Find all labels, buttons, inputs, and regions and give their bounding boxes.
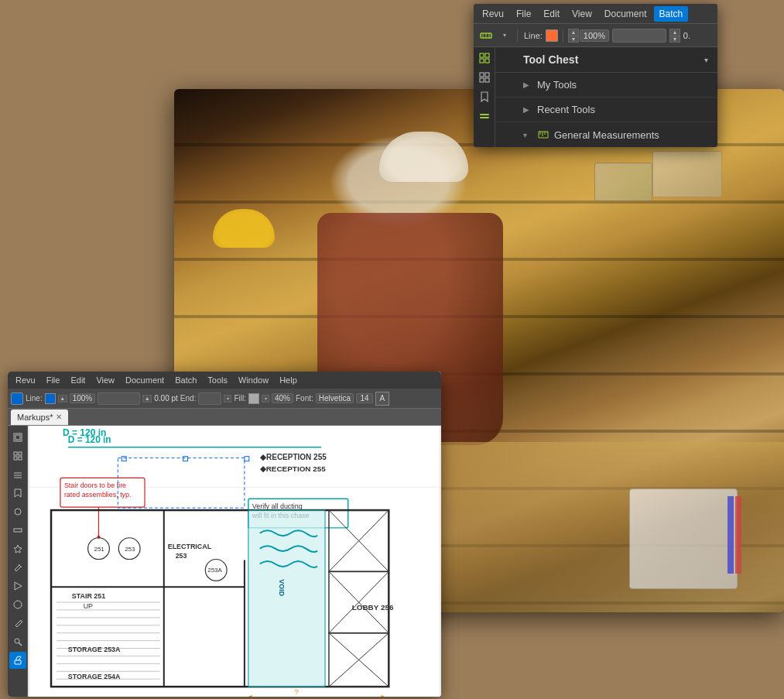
- general-measurements-label: General Measurements: [554, 129, 659, 141]
- sidebar-icon-circle[interactable]: [9, 503, 26, 520]
- panel-icon-grid2[interactable]: [475, 68, 494, 87]
- svg-rect-13: [480, 117, 489, 118]
- sidebar-icon-measure[interactable]: [9, 522, 26, 539]
- toolbar2-fill-color[interactable]: [248, 393, 259, 404]
- my-tools-row[interactable]: ▶ My Tools: [495, 73, 717, 98]
- svg-text:ELECTRICAL: ELECTRICAL: [168, 543, 212, 550]
- svg-text:253A: 253A: [207, 567, 222, 574]
- menu2-window[interactable]: Window: [234, 374, 273, 386]
- svg-line-34: [19, 643, 22, 646]
- blueprint-toolbar: Line: ▲ 100% ▲ 0.00 pt End: ▾ Fill: ▾ 40…: [8, 389, 441, 409]
- zoom-percent[interactable]: 100%: [580, 29, 609, 42]
- measure-icon[interactable]: [478, 28, 494, 43]
- sidebar-icon-layers[interactable]: [9, 466, 26, 483]
- sidebar-icon-lock[interactable]: [9, 652, 26, 669]
- line-style-dropdown[interactable]: [612, 29, 666, 43]
- svg-rect-22: [14, 457, 17, 460]
- sidebar-icon-bookmark2[interactable]: [9, 485, 26, 502]
- toolbar2-end-label: End:: [180, 394, 197, 403]
- menu-document[interactable]: Document: [599, 6, 652, 22]
- ruler-icon: [537, 128, 549, 141]
- sidebar-icon-circle2[interactable]: [9, 596, 26, 613]
- svg-text:rated assemblies, typ.: rated assemblies, typ.: [64, 491, 132, 499]
- panel-icon-bookmark[interactable]: [475, 87, 494, 106]
- sidebar-icon-star[interactable]: [9, 540, 26, 557]
- menu-file[interactable]: File: [511, 6, 536, 22]
- blueprint-menubar: Revu File Edit View Document Batch Tools…: [8, 372, 441, 389]
- blueprint-canvas[interactable]: D = 120 in ◆RECEPTION 255 Stair doors to…: [28, 426, 441, 697]
- svg-text:UP: UP: [84, 602, 93, 610]
- toolbar2-fill-arrow[interactable]: ▾: [262, 395, 269, 403]
- menu-revu[interactable]: Revu: [477, 6, 509, 22]
- svg-text:STORAGE 254A: STORAGE 254A: [68, 673, 121, 680]
- general-measurements-arrow-icon: ▾: [523, 131, 531, 139]
- sidebar-icon-edit[interactable]: [9, 559, 26, 576]
- toolbar-value: 0.: [683, 31, 690, 40]
- svg-rect-23: [19, 457, 22, 460]
- value-spinners[interactable]: ▲ ▼: [669, 29, 680, 43]
- svg-text:Verify all ducting: Verify all ducting: [252, 502, 303, 510]
- svg-text:LOBBY  256: LOBBY 256: [352, 603, 394, 612]
- svg-marker-29: [14, 545, 22, 553]
- svg-marker-31: [15, 582, 22, 590]
- sidebar-icon-grid[interactable]: [9, 447, 26, 464]
- menu2-revu[interactable]: Revu: [11, 374, 40, 386]
- toolbar2-end-select[interactable]: [198, 392, 221, 405]
- tool-chest-chevron-icon: ▾: [704, 56, 708, 64]
- toolbar2-style[interactable]: [98, 392, 140, 405]
- toolbar2-spinners[interactable]: ▲: [142, 395, 152, 403]
- svg-text:251: 251: [94, 546, 105, 553]
- svg-rect-10: [480, 78, 484, 82]
- zoom-spinners[interactable]: ▲ ▼: [568, 29, 579, 43]
- menu-edit[interactable]: Edit: [538, 6, 565, 22]
- dropdown-arrow-icon[interactable]: ▾: [497, 28, 512, 43]
- svg-rect-11: [485, 78, 489, 82]
- toolbar2-fill-percent[interactable]: 40%: [272, 393, 293, 403]
- panel-icon-grid[interactable]: [475, 49, 494, 67]
- toolbar2-icon1[interactable]: [11, 392, 23, 405]
- svg-rect-7: [485, 59, 489, 63]
- toolbar2-format-btn[interactable]: A: [375, 392, 389, 406]
- sidebar-icon-select[interactable]: [9, 429, 26, 446]
- svg-text:Stair doors to be fire: Stair doors to be fire: [64, 481, 126, 489]
- dimension-label: D = 120 in: [63, 427, 106, 438]
- menu-view[interactable]: View: [567, 6, 597, 22]
- menu2-tools[interactable]: Tools: [203, 374, 232, 386]
- markups-tab[interactable]: Markups* ✕: [11, 409, 68, 425]
- tool-chest-header[interactable]: Tool Chest ▾: [495, 47, 717, 73]
- line-color-picker[interactable]: [546, 29, 558, 42]
- svg-rect-8: [480, 73, 484, 77]
- toolbar2-font-value[interactable]: Helvetica: [316, 393, 354, 403]
- toolbar2-color[interactable]: [45, 393, 56, 404]
- svg-point-27: [15, 509, 21, 515]
- toolbar2-up[interactable]: ▲: [58, 395, 67, 403]
- menu2-view[interactable]: View: [91, 374, 119, 386]
- line-label: Line:: [524, 31, 543, 40]
- blueprint-sidebar: [8, 426, 28, 697]
- panel-icon-tools[interactable]: [475, 107, 494, 125]
- menu2-file[interactable]: File: [42, 374, 65, 386]
- sidebar-icon-pencil[interactable]: [9, 615, 26, 632]
- toolbar2-percent[interactable]: 100%: [70, 393, 96, 403]
- toolbar2-end-arrow[interactable]: ▾: [224, 395, 231, 403]
- toolbar2-value: 0.00 pt: [154, 394, 178, 403]
- svg-text:VOID: VOID: [278, 579, 286, 596]
- recent-tools-row[interactable]: ▶ Recent Tools: [495, 98, 717, 122]
- toolbar2-font-size[interactable]: 14: [356, 393, 373, 403]
- tab-label: Markups*: [17, 413, 53, 422]
- general-measurements-row[interactable]: ▾ General Measurements: [495, 122, 717, 147]
- recent-tools-label: Recent Tools: [537, 104, 595, 115]
- svg-rect-35: [15, 660, 21, 664]
- tab-close-icon[interactable]: ✕: [56, 413, 62, 421]
- menu2-document[interactable]: Document: [121, 374, 169, 386]
- sidebar-icon-search[interactable]: [9, 633, 26, 650]
- menu2-batch[interactable]: Batch: [170, 374, 201, 386]
- menu-batch[interactable]: Batch: [654, 6, 689, 22]
- my-tools-label: My Tools: [537, 79, 577, 91]
- tool-chest-title: Tool Chest: [523, 53, 701, 66]
- sidebar-icon-play[interactable]: [9, 577, 26, 594]
- menu2-help[interactable]: Help: [275, 374, 302, 386]
- toolbar2-line-label: Line:: [26, 394, 43, 403]
- menu2-edit[interactable]: Edit: [66, 374, 90, 386]
- svg-rect-12: [480, 114, 489, 115]
